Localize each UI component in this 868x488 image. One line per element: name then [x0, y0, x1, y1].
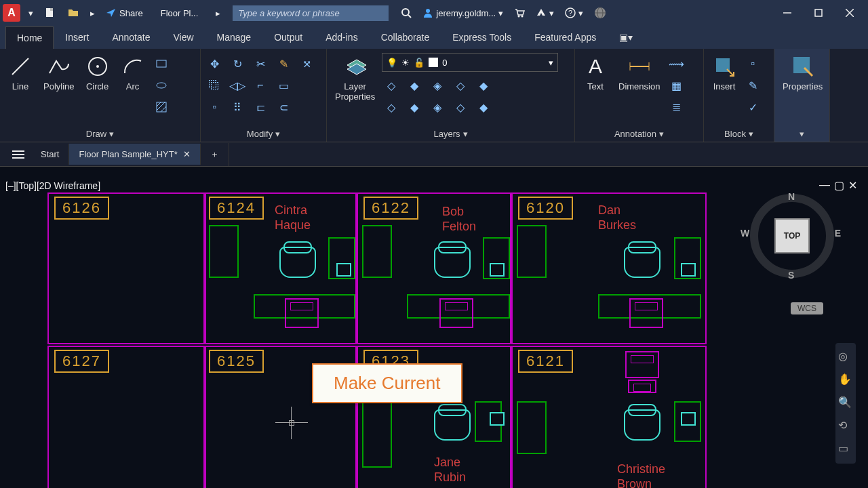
tool-stretch[interactable]: ▭ [274, 76, 293, 95]
nav-pan-icon[interactable]: ✋ [838, 373, 853, 388]
drawing-menu-icon[interactable] [5, 144, 31, 165]
new-tab-button[interactable]: ＋ [201, 143, 229, 166]
viewport-label[interactable]: [–][Top][2D Wireframe] [5, 180, 100, 191]
tool-layer-properties[interactable]: Layer Properties [331, 52, 379, 104]
tool-mirror[interactable]: ◁▷ [228, 76, 247, 95]
doc-tab-start[interactable]: Start [31, 144, 69, 165]
compass-e[interactable]: E [835, 228, 841, 239]
tool-array[interactable]: ⠿ [228, 98, 247, 117]
new-file-icon[interactable] [39, 4, 62, 22]
close-tab-icon[interactable]: ✕ [183, 149, 191, 159]
compass-w[interactable]: W [741, 228, 749, 239]
tool-offset[interactable]: ⊏ [251, 98, 270, 117]
layer-previous-icon[interactable]: ◆ [405, 98, 424, 117]
tool-leader[interactable]: ⟿ [667, 54, 686, 73]
viewport-controls: — ▢ ✕ [819, 179, 857, 192]
tab-focus-icon[interactable]: ▣▾ [608, 26, 644, 49]
tool-subtract[interactable]: ⊂ [274, 98, 293, 117]
svg-point-5 [518, 16, 520, 18]
maximize-button[interactable] [803, 0, 834, 26]
tab-annotate[interactable]: Annotate [100, 26, 161, 49]
layer-lock-tool-icon[interactable]: ◈ [428, 76, 447, 95]
tool-mtext[interactable]: ≣ [667, 98, 686, 117]
layer-walk-icon[interactable]: ◆ [474, 98, 493, 117]
cart-icon[interactable] [509, 5, 530, 21]
layer-merge-icon[interactable]: ◆ [474, 76, 493, 95]
viewport-maximize-icon[interactable]: ▢ [834, 179, 844, 192]
layer-change-icon[interactable]: ◇ [451, 98, 470, 117]
viewcube-face[interactable]: TOP [774, 218, 810, 253]
desk [209, 225, 239, 278]
tab-home[interactable]: Home [5, 26, 54, 49]
tab-manage[interactable]: Manage [205, 26, 263, 49]
svg-line-3 [408, 15, 411, 18]
computer-icon [681, 412, 696, 426]
tab-featured-apps[interactable]: Featured Apps [523, 26, 608, 49]
tool-fillet[interactable]: ⌐ [251, 76, 270, 95]
compass-n[interactable]: N [788, 191, 795, 202]
drawing-canvas[interactable]: [–][Top][2D Wireframe] 6126 6124 Cintra … [0, 167, 868, 488]
tool-attribute[interactable]: ✓ [743, 98, 762, 117]
tab-insert[interactable]: Insert [54, 26, 100, 49]
tool-move[interactable]: ✥ [205, 54, 224, 73]
tool-insert-block[interactable]: Insert [708, 52, 741, 94]
layer-selector[interactable]: 💡 ☀ 🔓 0 ▾ [382, 53, 558, 72]
compass-s[interactable]: S [788, 270, 794, 281]
layer-state-icon[interactable]: ◈ [428, 98, 447, 117]
qat-more-icon[interactable]: ▸ [85, 5, 100, 21]
tool-dimension[interactable]: Dimension [614, 52, 664, 94]
tool-create-block[interactable]: ▫ [743, 54, 762, 73]
tool-circle[interactable]: Circle [81, 52, 114, 94]
svg-rect-1 [50, 8, 53, 11]
open-file-icon[interactable] [62, 4, 85, 22]
nav-showmotion-icon[interactable]: ▭ [838, 442, 853, 457]
tool-text[interactable]: A Text [579, 52, 612, 94]
close-button[interactable] [834, 0, 865, 26]
minimize-button[interactable] [772, 0, 803, 26]
layer-freeze-icon[interactable]: ◆ [405, 76, 424, 95]
tab-addins[interactable]: Add-ins [314, 26, 369, 49]
tool-hatch[interactable] [152, 98, 171, 117]
share-button[interactable]: Share [100, 5, 149, 21]
tool-edit-block[interactable]: ✎ [743, 76, 762, 95]
viewport-minimize-icon[interactable]: — [819, 179, 830, 192]
tool-table[interactable]: ▦ [667, 76, 686, 95]
search-icon[interactable] [395, 5, 417, 21]
document-title[interactable]: Floor Pl... [155, 5, 204, 21]
tab-collaborate[interactable]: Collaborate [370, 26, 441, 49]
doc-dropdown-icon[interactable]: ▸ [210, 5, 226, 21]
tool-rotate[interactable]: ↻ [228, 54, 247, 73]
tool-explode[interactable]: ⤧ [297, 54, 316, 73]
viewcube[interactable]: TOP N E S W [750, 194, 834, 278]
tool-erase[interactable]: ✎ [274, 54, 293, 73]
app-menu-dropdown[interactable]: ▾ [23, 5, 39, 21]
nav-zoom-icon[interactable]: 🔍 [838, 396, 853, 411]
layer-off-icon[interactable]: ◇ [382, 76, 401, 95]
tool-properties[interactable]: Properties [778, 52, 827, 94]
search-input[interactable] [233, 5, 389, 21]
tool-scale[interactable]: ▫ [205, 98, 224, 117]
tool-rectangle[interactable] [152, 54, 171, 73]
tool-line[interactable]: Line [4, 52, 37, 94]
app-logo[interactable]: A [3, 4, 20, 22]
tab-view[interactable]: View [161, 26, 205, 49]
doc-tab-active[interactable]: Floor Plan Sample_HYT* ✕ [69, 144, 200, 165]
tab-express-tools[interactable]: Express Tools [441, 26, 523, 49]
tool-trim[interactable]: ✂ [251, 54, 270, 73]
tool-arc[interactable]: Arc [117, 52, 149, 94]
tab-output[interactable]: Output [262, 26, 314, 49]
wcs-badge[interactable]: WCS [791, 302, 823, 314]
help-icon[interactable]: ?▾ [559, 5, 589, 21]
viewport-close-icon[interactable]: ✕ [848, 179, 857, 192]
occupant-name: Jane Rubin [434, 455, 466, 485]
nav-orbit-icon[interactable]: ⟲ [838, 419, 853, 434]
globe-icon[interactable] [589, 4, 612, 22]
tool-copy[interactable]: ⿻ [205, 76, 224, 95]
nav-wheel-icon[interactable]: ◎ [838, 350, 853, 365]
autodesk-app-icon[interactable]: ▾ [530, 5, 559, 21]
tool-ellipse[interactable] [152, 76, 171, 95]
tool-polyline[interactable]: Polyline [39, 52, 79, 94]
account-button[interactable]: jeremy.goldm...▾ [417, 5, 509, 21]
layer-match-icon[interactable]: ◇ [382, 98, 401, 117]
layer-isolate-icon[interactable]: ◇ [451, 76, 470, 95]
